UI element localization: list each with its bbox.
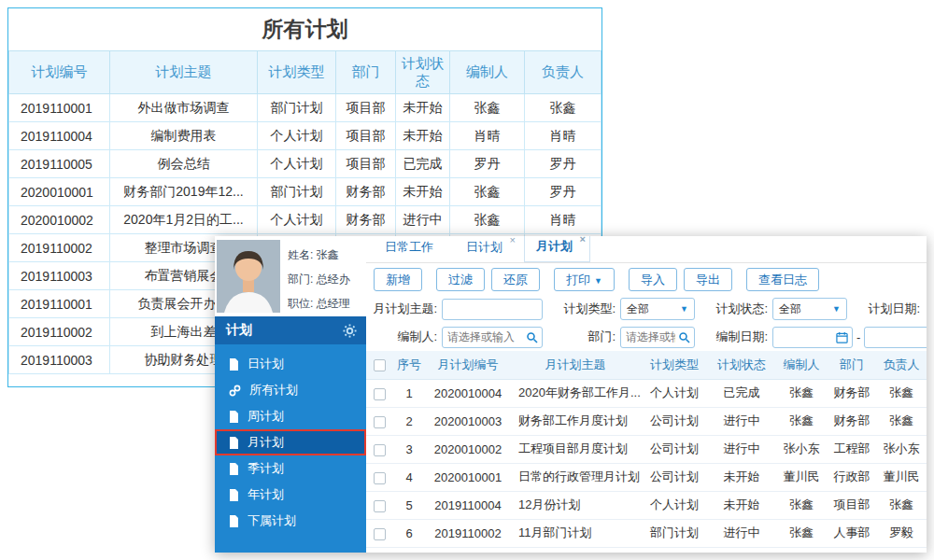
sidebar-item-monthly-plan[interactable]: 月计划 bbox=[215, 429, 366, 455]
search-icon[interactable] bbox=[526, 331, 538, 343]
compiler-link[interactable]: 张鑫 bbox=[775, 379, 828, 407]
subject-link[interactable]: 11月部门计划 bbox=[510, 519, 641, 547]
plan-id-link[interactable]: 2020010001 bbox=[426, 463, 510, 491]
sidebar-item-label: 周计划 bbox=[248, 408, 284, 425]
cell-dept: 财务部 bbox=[336, 178, 396, 206]
cell-owner: 肖晴 bbox=[525, 206, 601, 234]
checkbox-cell bbox=[366, 519, 392, 547]
close-icon[interactable]: × bbox=[510, 236, 516, 245]
compiler-label: 编制人: bbox=[368, 329, 437, 345]
cell-dept: 项目部 bbox=[828, 491, 876, 519]
cell-serial: 5 bbox=[392, 491, 426, 519]
sidebar-item-subordinate-plan[interactable]: 下属计划 bbox=[215, 508, 366, 534]
sidebar-item-quarterly-plan[interactable]: 季计划 bbox=[215, 455, 366, 482]
view-log-button[interactable]: 查看日志 bbox=[746, 268, 819, 291]
select-all-checkbox[interactable] bbox=[374, 359, 386, 371]
compiler-link[interactable]: 张鑫 bbox=[775, 491, 828, 519]
filter-button[interactable]: 过滤 bbox=[436, 268, 485, 291]
cell-dept: 财务部 bbox=[336, 206, 396, 234]
checkbox-cell bbox=[366, 379, 392, 407]
cell-compiler: 张鑫 bbox=[450, 178, 525, 206]
cell-dept: 行政部 bbox=[828, 463, 876, 491]
restore-button[interactable]: 还原 bbox=[491, 268, 540, 291]
subject-input[interactable] bbox=[442, 299, 543, 320]
row-checkbox[interactable] bbox=[374, 528, 386, 540]
search-icon[interactable] bbox=[678, 331, 690, 343]
sidebar-item-daily-plan[interactable]: 日计划 bbox=[215, 351, 366, 377]
cell-dept: 人事部 bbox=[828, 519, 876, 547]
row-checkbox[interactable] bbox=[374, 416, 386, 428]
compiler-link[interactable]: 张鑫 bbox=[775, 519, 828, 547]
cell-serial: 1 bbox=[392, 379, 426, 407]
cell-plan-id: 2019110002 bbox=[9, 318, 110, 346]
col-header-owner: 负责人 bbox=[525, 51, 601, 94]
cell-owner: 罗丹 bbox=[525, 178, 601, 206]
calendar-icon[interactable] bbox=[836, 331, 848, 343]
row-checkbox[interactable] bbox=[374, 444, 386, 456]
sidebar-item-all-plans[interactable]: 所有计划 bbox=[215, 377, 366, 403]
row-checkbox[interactable] bbox=[374, 472, 386, 484]
compile-date-end-input[interactable] bbox=[864, 327, 927, 348]
cell-compiler: 罗丹 bbox=[450, 150, 525, 178]
tab-daily-work[interactable]: 日常工作 bbox=[374, 236, 450, 262]
plan-id-link[interactable]: 2019110002 bbox=[426, 519, 510, 547]
row-checkbox[interactable] bbox=[374, 500, 386, 512]
col-header-type: 计划类型 bbox=[641, 351, 708, 379]
compiler-link[interactable]: 董川民 bbox=[775, 463, 828, 491]
tab-daily-plan[interactable]: 日计划 × bbox=[455, 236, 519, 262]
tab-bar: 日常工作 日计划 × 月计划 × bbox=[366, 236, 927, 263]
owner-link[interactable]: 张鑫 bbox=[876, 379, 927, 407]
owner-link[interactable]: 张鑫 bbox=[876, 407, 927, 435]
subject-link[interactable]: 2020年财务部工作月... bbox=[510, 379, 641, 407]
cell-subject: 财务部门2019年12... bbox=[110, 178, 258, 206]
plan-id-link[interactable]: 2020010002 bbox=[426, 435, 510, 463]
col-header-owner: 负责人 bbox=[876, 351, 927, 379]
cell-plan-id: 2019110001 bbox=[9, 94, 110, 122]
add-button[interactable]: 新增 bbox=[374, 268, 422, 291]
sidebar-item-weekly-plan[interactable]: 周计划 bbox=[215, 403, 366, 429]
avatar bbox=[217, 240, 280, 313]
owner-link[interactable]: 罗毅 bbox=[876, 519, 927, 547]
table-row: 6 2019110002 11月部门计划 部门计划 进行中 张鑫 人事部 罗毅 bbox=[366, 519, 927, 547]
owner-link[interactable]: 张鑫 bbox=[876, 491, 927, 519]
sidebar-item-yearly-plan[interactable]: 年计划 bbox=[215, 482, 366, 508]
plan-status-select[interactable]: 全部 ▼ bbox=[772, 298, 847, 320]
cell-owner: 肖晴 bbox=[525, 122, 601, 150]
plan-id-link[interactable]: 2020010003 bbox=[426, 407, 510, 435]
cell-status: 已完成 bbox=[708, 379, 775, 407]
cell-subject: 例会总结 bbox=[110, 150, 258, 178]
cell-dept: 财务部 bbox=[828, 379, 876, 407]
plan-id-link[interactable]: 2020010004 bbox=[426, 379, 510, 407]
chevron-down-icon: ▼ bbox=[832, 304, 841, 314]
cell-type: 个人计划 bbox=[258, 150, 336, 178]
cell-status: 未开始 bbox=[396, 122, 450, 150]
gear-icon[interactable] bbox=[343, 324, 357, 338]
row-checkbox[interactable] bbox=[374, 388, 386, 400]
export-button[interactable]: 导出 bbox=[684, 268, 732, 291]
close-icon[interactable]: × bbox=[580, 236, 586, 245]
subject-link[interactable]: 财务部工作月度计划 bbox=[510, 407, 641, 435]
compiler-link[interactable]: 张鑫 bbox=[775, 407, 828, 435]
table-row: 2020010001 财务部门2019年12... 部门计划 财务部 未开始 张… bbox=[9, 178, 601, 206]
print-button[interactable]: 打印▼ bbox=[554, 268, 615, 291]
tab-monthly-plan[interactable]: 月计划 × bbox=[524, 236, 590, 262]
col-header-status: 计划状态 bbox=[396, 51, 450, 94]
owner-link[interactable]: 张小东 bbox=[876, 435, 927, 463]
plan-type-select[interactable]: 全部 ▼ bbox=[620, 298, 695, 320]
filter-row-2: 编制人: 部门: 编制日期: - bbox=[366, 323, 927, 351]
compiler-link[interactable]: 张小东 bbox=[775, 435, 828, 463]
subject-link[interactable]: 12月份计划 bbox=[510, 491, 641, 519]
table-row: 1 2020010004 2020年财务部工作月... 个人计划 已完成 张鑫 … bbox=[366, 379, 927, 407]
sidebar-header: 计划 bbox=[215, 316, 366, 344]
cell-status: 进行中 bbox=[708, 519, 775, 547]
subject-link[interactable]: 日常的行政管理月计划 bbox=[510, 463, 641, 491]
import-button[interactable]: 导入 bbox=[629, 268, 677, 291]
cell-plan-id: 2019110002 bbox=[9, 234, 110, 262]
subject-link[interactable]: 工程项目部月度计划 bbox=[510, 435, 641, 463]
owner-link[interactable]: 董川民 bbox=[876, 463, 927, 491]
page-title: 所有计划 bbox=[8, 8, 601, 50]
plan-id-link[interactable]: 2019110004 bbox=[426, 491, 510, 519]
col-header-subject: 月计划主题 bbox=[510, 351, 641, 379]
cell-type: 个人计划 bbox=[641, 491, 708, 519]
cell-status: 进行中 bbox=[708, 407, 775, 435]
